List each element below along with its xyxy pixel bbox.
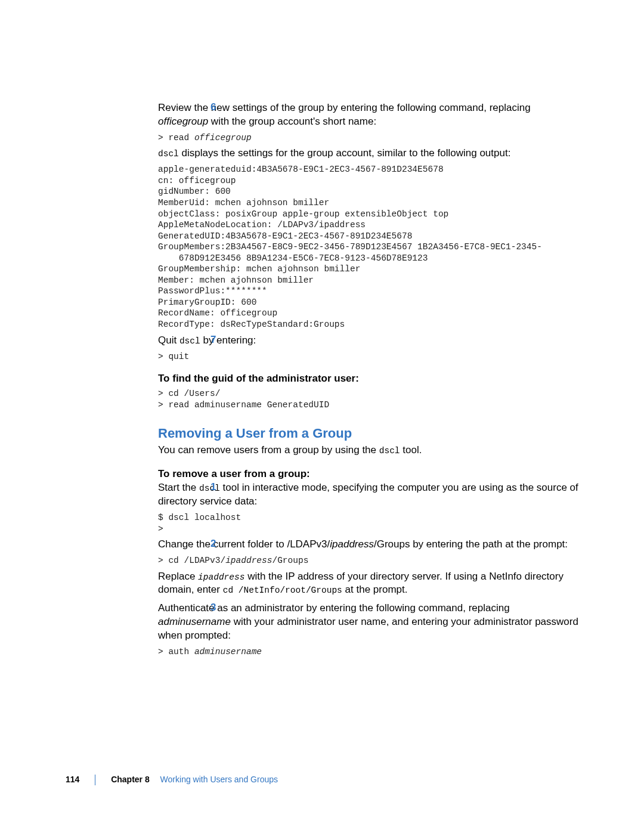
code-inline: dscl [199,484,220,493]
text-em: officegroup [158,116,208,127]
code-em: ipaddress [225,556,272,565]
code-inline: dscl [379,446,400,456]
text-em: ipaddress [330,538,374,550]
text: at the prompt. [342,584,408,595]
code-em: ipaddress [198,572,244,582]
text: You can remove users from a group by usi… [158,444,379,456]
code: > read [158,133,194,143]
footer-separator [95,775,95,785]
code-block: > auth adminusername [158,646,580,658]
page-footer: 114 Chapter 8 Working with Users and Gro… [66,775,278,785]
chapter-title: Working with Users and Groups [160,775,278,784]
code: > auth [158,647,194,657]
code-em: adminusername [194,647,262,657]
code-output: apple-generateduid:4B3A5678-E9C1-2EC3-45… [158,164,580,330]
code: > cd /LDAPv3/ [158,556,225,565]
code-block: > cd /LDAPv3/ipaddress/Groups [158,555,580,566]
step-number-1: 1 [210,481,216,493]
code-block: > cd /Users/ > read adminusername Genera… [158,388,580,410]
heading-removing-user: Removing a User from a Group [158,426,580,441]
step6-desc: dscl displays the settings for the group… [158,147,580,160]
code-block: > read officegroup [158,132,580,144]
intro-text: You can remove users from a group by usi… [158,444,580,457]
page-number: 114 [66,775,79,784]
text: /Groups by entering the path at the prom… [374,538,568,550]
step7-text: Quit dscl by entering: [158,334,580,348]
step-number-2: 2 [210,538,216,550]
code-inline: cd /NetInfo/root/Groups [223,586,342,595]
text: Quit [158,335,179,346]
code-em: officegroup [194,133,252,143]
r2-text: Change the current folder to /LDAPv3/ipa… [158,538,580,552]
code-inline: dscl [158,149,179,159]
code-block: > quit [158,351,580,363]
step-number-6: 6 [210,101,216,113]
step-number-7: 7 [210,334,216,346]
text: Change the current folder to /LDAPv3/ [158,538,330,550]
chapter-label: Chapter 8 [111,775,150,784]
step6-text: Review the new settings of the group by … [158,101,580,129]
text: tool. [400,444,422,456]
text: Replace [158,571,198,582]
text: with the group account's short name: [208,116,376,127]
subhead-guid: To find the guid of the administrator us… [158,373,580,385]
text: tool in interactive mode, specifying the… [158,482,578,507]
step-number-3: 3 [210,602,216,614]
code-block: $ dscl localhost > [158,512,580,534]
subhead-remove: To remove a user from a group: [158,468,580,480]
r3-text: Authenticate as an administrator by ente… [158,602,580,643]
text: Start the [158,482,199,493]
code-inline: dscl [179,336,200,346]
text-em: adminusername [158,616,231,627]
code: /Groups [272,556,308,565]
r1-text: Start the dscl tool in interactive mode,… [158,481,580,509]
r2-after: Replace ipaddress with the IP address of… [158,570,580,597]
text: by entering: [200,335,256,346]
text: displays the settings for the group acco… [179,147,511,159]
